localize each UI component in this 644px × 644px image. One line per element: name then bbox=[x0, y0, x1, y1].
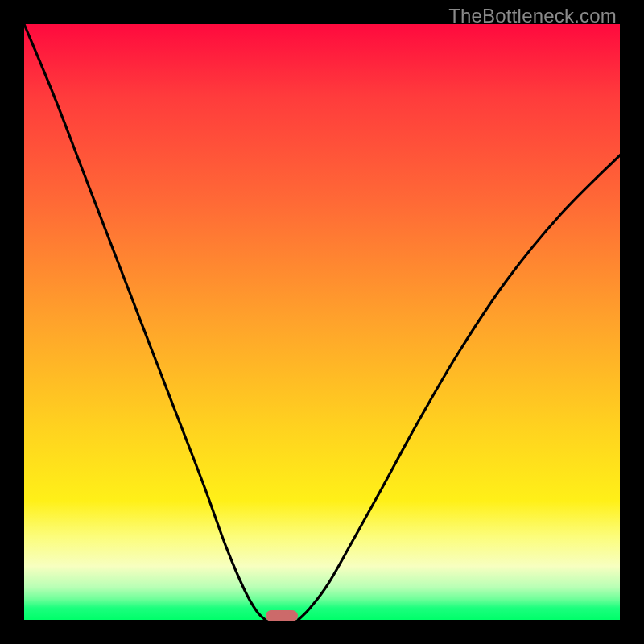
watermark-text: TheBottleneck.com bbox=[448, 5, 617, 27]
curve-left bbox=[24, 24, 266, 620]
curve-layer bbox=[24, 24, 620, 620]
bottleneck-marker bbox=[266, 610, 299, 621]
curve-right bbox=[298, 155, 620, 620]
outer-frame: TheBottleneck.com bbox=[0, 0, 644, 644]
plot-area bbox=[24, 24, 620, 620]
